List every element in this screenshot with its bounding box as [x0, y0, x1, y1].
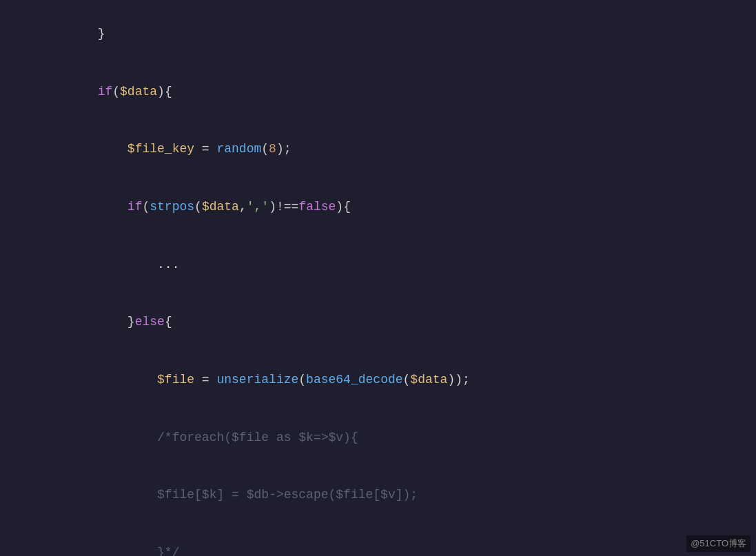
code-line: if(strpos($data,',')!==false){ — [0, 178, 756, 236]
code-line: $file_key = random(8); — [0, 121, 756, 178]
code-line: ... — [0, 236, 756, 294]
code-line: /*foreach($file as $k=>$v){ — [0, 409, 756, 467]
code-line: }*/ — [0, 524, 756, 556]
code-editor: } if($data){ $file_key = random(8); if(s… — [0, 0, 756, 556]
code-line: $file[$k] = $db->escape($file[$v]); — [0, 466, 756, 524]
code-line: if($data){ — [0, 63, 756, 121]
code-line: $file = unserialize(base64_decode($data)… — [0, 351, 756, 409]
watermark-label: @51CTO博客 — [686, 535, 750, 552]
code-line: } — [0, 6, 756, 63]
code-line: }else{ — [0, 294, 756, 351]
